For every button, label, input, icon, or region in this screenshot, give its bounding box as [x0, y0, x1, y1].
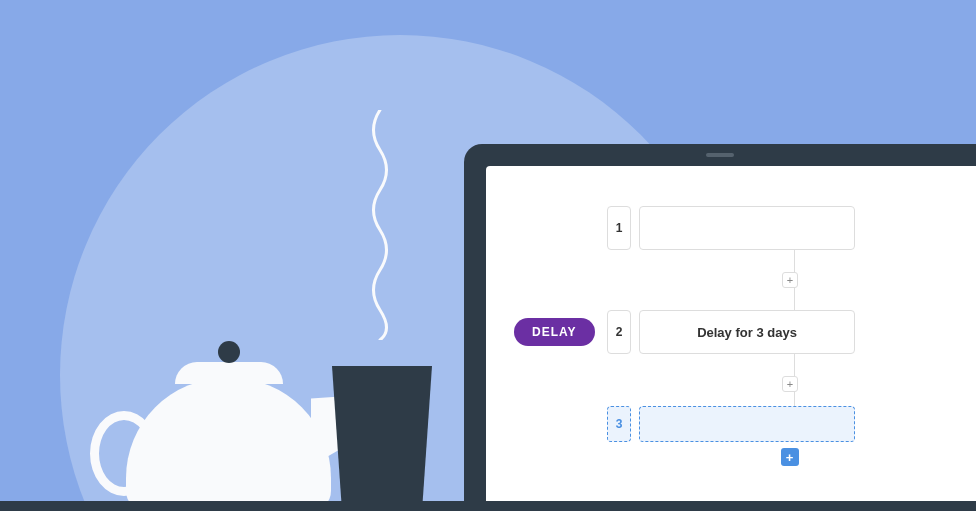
connector-line [794, 392, 795, 406]
table-surface [0, 501, 976, 511]
connector-line [794, 354, 795, 376]
step-placeholder[interactable] [639, 406, 855, 442]
add-step-button[interactable]: + [782, 272, 798, 288]
delay-badge: DELAY [514, 318, 595, 346]
step-content[interactable]: Delay for 3 days [639, 310, 855, 354]
step-content[interactable] [639, 206, 855, 250]
steam-illustration [365, 110, 395, 340]
step-number: 1 [607, 206, 631, 250]
laptop-frame: 1 + DELAY 2 Delay for 3 days + 3 + [464, 144, 976, 511]
workflow-step-1[interactable]: 1 [607, 206, 855, 250]
workflow-step-2[interactable]: DELAY 2 Delay for 3 days [607, 310, 855, 354]
step-number: 3 [607, 406, 631, 442]
connector-line [794, 250, 795, 272]
laptop-screen: 1 + DELAY 2 Delay for 3 days + 3 + [486, 166, 976, 511]
laptop-camera-notch [706, 153, 734, 157]
cup-illustration [332, 366, 432, 511]
step-number: 2 [607, 310, 631, 354]
workflow-canvas: 1 + DELAY 2 Delay for 3 days + 3 + [486, 206, 976, 466]
add-step-button[interactable]: + [782, 376, 798, 392]
connector-line [794, 288, 795, 310]
workflow-step-3-placeholder[interactable]: 3 [607, 406, 855, 442]
add-step-primary-button[interactable]: + [781, 448, 799, 466]
